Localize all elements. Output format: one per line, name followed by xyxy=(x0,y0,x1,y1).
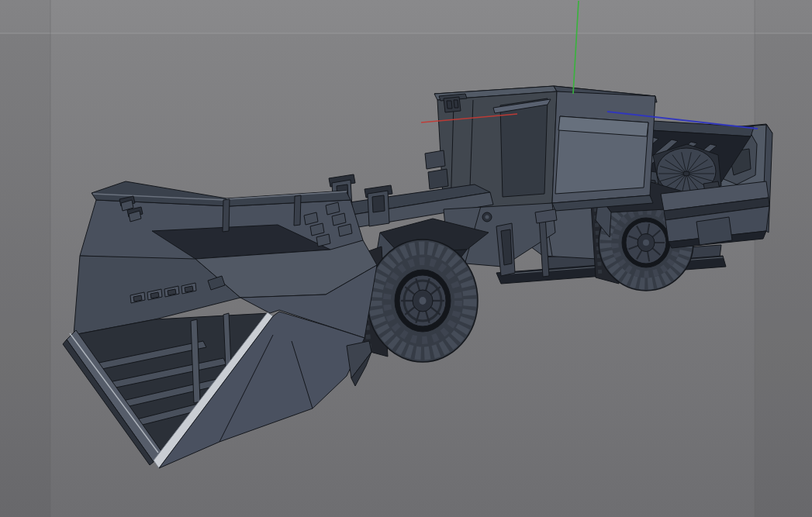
guard-support[interactable] xyxy=(223,199,230,232)
guard-support[interactable] xyxy=(294,195,301,226)
sky-band xyxy=(0,0,812,33)
rear-lower-step[interactable] xyxy=(696,217,732,245)
right-wall-shade xyxy=(755,0,812,517)
cab-front-window[interactable] xyxy=(500,98,548,197)
viewport-svg xyxy=(0,0,812,517)
3d-viewport[interactable] xyxy=(0,0,812,517)
cab-step[interactable] xyxy=(425,150,445,169)
left-wall-shade xyxy=(0,0,50,517)
